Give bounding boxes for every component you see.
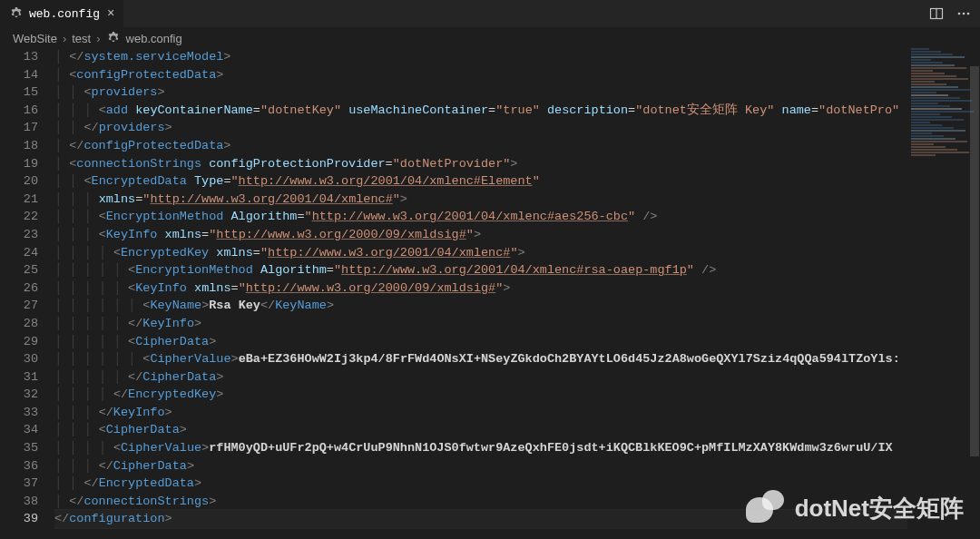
code-area[interactable]: │ </system.serviceModel>│ <configProtect… bbox=[54, 48, 907, 539]
svg-point-3 bbox=[963, 13, 965, 15]
code-editor[interactable]: 1314151617181920212223242526272829303132… bbox=[0, 48, 980, 539]
code-line[interactable]: │ │ │ <CipherData> bbox=[54, 421, 907, 439]
close-icon[interactable]: × bbox=[105, 6, 116, 21]
code-line[interactable]: │ │ </EncryptedData> bbox=[54, 475, 907, 493]
gear-icon bbox=[106, 31, 121, 45]
split-editor-icon[interactable] bbox=[929, 6, 944, 21]
code-line[interactable]: │ │ │ │ │ <CipherData> bbox=[54, 333, 907, 351]
breadcrumb[interactable]: WebSite › test › web.config bbox=[0, 28, 980, 48]
gear-icon bbox=[9, 6, 24, 21]
chevron-right-icon: › bbox=[96, 32, 100, 45]
chevron-right-icon: › bbox=[63, 32, 66, 45]
code-line[interactable]: │ │ │ │ <EncryptedKey xmlns="http://www.… bbox=[54, 244, 907, 262]
svg-point-4 bbox=[967, 13, 970, 15]
scrollbar-thumb[interactable] bbox=[970, 66, 979, 456]
vertical-scrollbar[interactable] bbox=[969, 48, 980, 539]
code-line[interactable]: │ </configProtectedData> bbox=[54, 137, 907, 155]
svg-point-2 bbox=[958, 13, 961, 15]
code-line[interactable]: </configuration> bbox=[54, 510, 907, 528]
code-line[interactable]: │ │ │ </CipherData> bbox=[54, 457, 907, 475]
breadcrumb-item[interactable]: web.config bbox=[126, 32, 182, 45]
code-line[interactable]: │ │ │ xmlns="http://www.w3.org/2001/04/x… bbox=[54, 191, 907, 209]
code-line[interactable]: │ </system.serviceModel> bbox=[54, 48, 907, 66]
code-line[interactable]: │ │ │ </KeyInfo> bbox=[54, 404, 907, 422]
breadcrumb-item[interactable]: test bbox=[72, 32, 91, 45]
more-icon[interactable] bbox=[956, 6, 971, 21]
tab-web-config[interactable]: web.config × bbox=[0, 0, 124, 27]
code-line[interactable]: │ <configProtectedData> bbox=[54, 66, 907, 84]
code-line[interactable]: │ │ │ │ │ │ <KeyName>Rsa Key</KeyName> bbox=[54, 297, 907, 315]
code-line[interactable]: │ │ </providers> bbox=[54, 119, 907, 137]
code-line[interactable]: │ │ │ │ │ <EncryptionMethod Algorithm="h… bbox=[54, 261, 907, 279]
code-line[interactable]: │ │ │ <EncryptionMethod Algorithm="http:… bbox=[54, 208, 907, 226]
code-line[interactable]: │ <connectionStrings configProtectionPro… bbox=[54, 155, 907, 173]
code-line[interactable]: │ │ │ │ │ </KeyInfo> bbox=[54, 315, 907, 333]
tab-bar: web.config × bbox=[0, 0, 980, 28]
code-line[interactable]: │ │ <EncryptedData Type="http://www.w3.o… bbox=[54, 172, 907, 191]
code-line[interactable]: │ │ │ │ <CipherValue>rfHM0yQD+uUFr2pQ+w4… bbox=[54, 439, 907, 457]
code-line[interactable]: │ │ │ │ </EncryptedKey> bbox=[54, 386, 907, 404]
code-line[interactable]: │ │ │ <KeyInfo xmlns="http://www.w3.org/… bbox=[54, 226, 907, 244]
line-number-gutter: 1314151617181920212223242526272829303132… bbox=[0, 48, 54, 539]
code-line[interactable]: │ </connectionStrings> bbox=[54, 493, 907, 511]
code-line[interactable]: │ │ │ │ │ </CipherData> bbox=[54, 368, 907, 387]
code-line[interactable]: │ │ │ │ │ │ <CipherValue>eBa+EZ36HOwW2Ij… bbox=[54, 350, 907, 368]
code-line[interactable]: │ │ <providers> bbox=[54, 83, 907, 102]
breadcrumb-item[interactable]: WebSite bbox=[13, 32, 57, 45]
code-line[interactable]: │ │ │ │ │ <KeyInfo xmlns="http://www.w3.… bbox=[54, 279, 907, 298]
code-line[interactable]: │ │ │ <add keyContainerName="dotnetKey" … bbox=[54, 102, 907, 120]
tab-label: web.config bbox=[29, 7, 100, 21]
tabbar-actions bbox=[929, 0, 980, 27]
